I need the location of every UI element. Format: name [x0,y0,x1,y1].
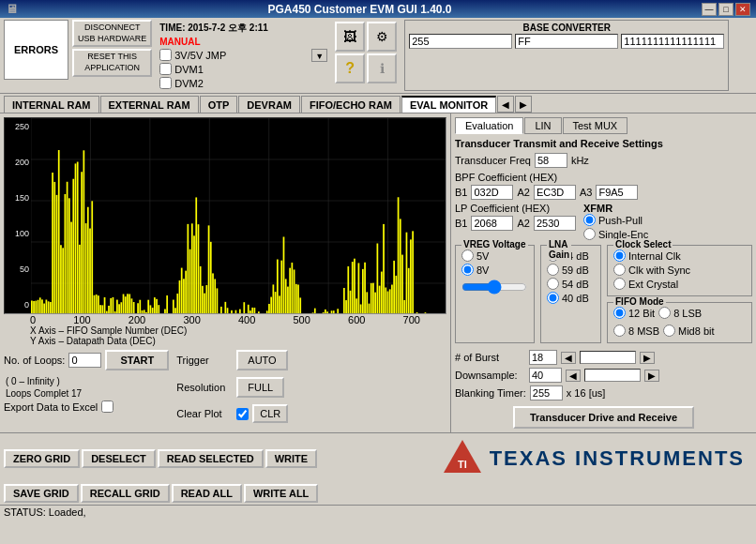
fifo-12bit-radio[interactable] [613,307,626,319]
read-all-button[interactable]: READ ALL [172,484,242,503]
bc-input-hex[interactable] [515,34,618,49]
freq-row: Transducer Freq kHz [455,153,752,168]
left-panel: 250 200 150 100 50 0 0 100 200 300 400 5… [0,113,450,432]
bc-input-decimal[interactable] [409,34,512,49]
downsample-row: Downsample: ◀ ▶ [455,368,752,383]
image-button[interactable]: 🖼 [335,22,365,52]
time-label: TIME: 2015-7-2 오후 2:11 [159,23,268,33]
recall-grid-button[interactable]: RECALL GRID [81,484,170,503]
close-button[interactable]: ✕ [735,3,750,16]
info-button[interactable]: ℹ [367,53,397,83]
vreg-8v-label: 8V [476,264,489,276]
base-converter-group: BASE CONVERTER [404,20,729,91]
minimize-button[interactable]: — [702,3,717,16]
fifo-group: FIFO Mode 12 Bit 8 LSB 8 MSB [607,302,752,343]
fifo-mid8-radio[interactable] [663,325,675,337]
downsample-input[interactable] [529,368,562,383]
transducer-drive-button[interactable]: Transducer Drive and Receive [513,406,694,429]
reset-button[interactable]: RESET THISAPPLICATION [72,49,152,76]
y-label-50: 50 [5,264,31,274]
vreg-5v-radio[interactable] [461,249,474,262]
settings-button[interactable]: ⚙ [367,22,397,52]
lna-group: LNAGain 64 dB 59 dB 54 dB 40 dB [540,245,601,343]
bpf-b1-input[interactable] [471,185,513,200]
tab-devram[interactable]: DEVRAM [238,96,300,113]
lp-a2-input[interactable] [534,216,576,231]
lna-59-radio[interactable] [547,264,559,276]
bc-input-binary[interactable] [621,34,724,49]
help-button[interactable]: ? [335,53,365,83]
export-row: Export Data to Excel [4,400,169,413]
clock-sync-radio[interactable] [613,264,626,276]
loops-input[interactable] [68,353,101,368]
downsample-dec-btn[interactable]: ◀ [566,370,581,382]
no-of-loops-label: No. of Loops: [4,355,65,366]
burst-dec-btn[interactable]: ◀ [561,352,576,364]
read-selected-button[interactable]: READ SELECTED [158,449,264,468]
resolution-button[interactable]: FULL [236,377,284,398]
lna-40-label: 40 dB [562,293,589,304]
tab-fifo-echo-ram[interactable]: FIFO/ECHO RAM [301,96,401,113]
clr-button[interactable]: CLR [252,404,288,423]
icon-buttons-group: 🖼 ? ⚙ ℹ [333,20,399,91]
trigger-button[interactable]: AUTO [236,350,287,370]
fifo-8lsb-radio[interactable] [658,307,671,319]
fifo-8lsb-row: 8 LSB [658,307,702,319]
zero-grid-button[interactable]: ZERO GRID [4,449,80,468]
write-all-button[interactable]: WRITE ALL [244,484,318,503]
tab-prev-arrow[interactable]: ◀ [497,96,514,113]
fifo-8msb-label: 8 MSB [628,325,659,337]
top-bar: ERRORS DISCONNECTUSB HARDWARE RESET THIS… [0,18,756,94]
dvm1-checkbox[interactable] [159,63,172,75]
bpf-row: B1 A2 A3 [455,185,752,200]
deselect-button[interactable]: DESELECT [82,449,156,468]
clock-internal-radio[interactable] [613,249,626,262]
clear-plot-checkbox[interactable] [236,408,249,420]
burst-inc-btn[interactable]: ▶ [640,352,655,364]
lna-40-row: 40 dB [547,292,595,304]
ti-text: TEXAS INSTRUMENTS [490,446,745,471]
tab-otp[interactable]: OTP [200,96,238,113]
bpf-f9a5-input[interactable] [596,185,638,200]
main-content: 250 200 150 100 50 0 0 100 200 300 400 5… [0,113,756,432]
tab-next-arrow[interactable]: ▶ [515,96,532,113]
lp-b1-input[interactable] [471,216,513,231]
write-button[interactable]: WRITE [265,449,317,468]
maximize-button[interactable]: □ [718,3,733,16]
ti-logo: TI TEXAS INSTRUMENTS [431,435,752,482]
y-label-200: 200 [5,158,31,167]
start-button[interactable]: START [105,350,169,370]
xfmr-pushpull-radio[interactable] [583,214,596,226]
dvm2-checkbox[interactable] [159,77,172,89]
clock-ext-radio[interactable] [613,278,626,290]
export-checkbox[interactable] [101,400,113,413]
save-grid-button[interactable]: SAVE GRID [4,484,79,503]
jmp-checkbox[interactable] [159,49,172,61]
time-display: TIME: 2015-7-2 오후 2:11 [159,22,302,35]
fifo-8msb-radio[interactable] [613,325,626,337]
tab-evaluation[interactable]: Evaluation [455,117,523,134]
lna-54-radio[interactable] [547,278,559,290]
tab-eval-monitor[interactable]: EVAL MONITOR [401,96,496,113]
bpf-ec3d-input[interactable] [534,185,576,200]
tab-test-mux[interactable]: Test MUX [563,117,628,134]
downsample-inc-btn[interactable]: ▶ [644,370,659,382]
vreg-8v-radio[interactable] [461,264,474,276]
xfmr-pushpull-row: Push-Pull [583,214,658,226]
vreg-slider[interactable] [461,280,527,295]
xfmr-singleend-radio[interactable] [583,228,596,240]
dvm1-row: DVM1 [159,63,302,75]
tab-internal-ram[interactable]: INTERNAL RAM [4,96,99,113]
lna-label: LNAGain [547,239,571,260]
blanking-input[interactable] [530,385,563,400]
disconnect-button[interactable]: DISCONNECTUSB HARDWARE [72,20,152,47]
burst-bar [580,351,636,364]
fifo-8lsb-label: 8 LSB [673,308,702,319]
lna-40-radio[interactable] [547,292,559,304]
xfmr-singleend-label: Single-Enc [598,229,648,240]
tab-lin[interactable]: LIN [524,117,561,134]
freq-input[interactable] [535,153,567,168]
burst-input[interactable] [529,350,557,365]
dvm-expand-btn[interactable]: ▼ [311,49,327,62]
tab-external-ram[interactable]: EXTERNAL RAM [100,96,199,113]
